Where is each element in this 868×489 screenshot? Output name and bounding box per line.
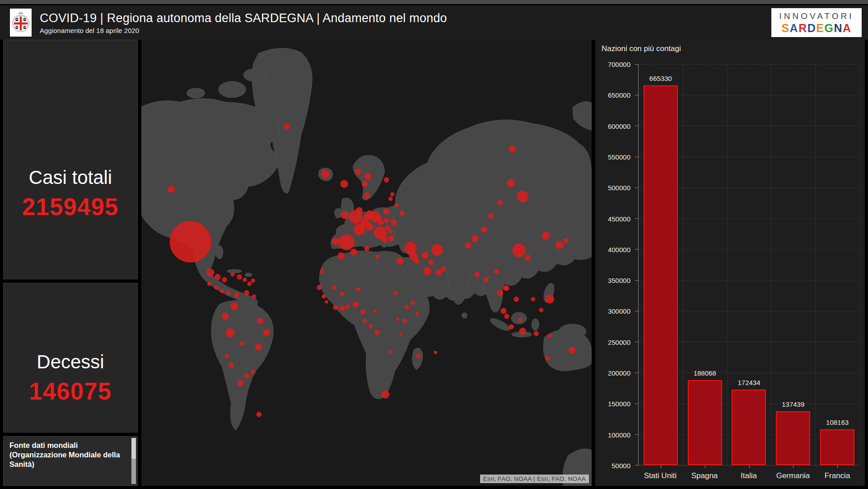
case-bubble[interactable] xyxy=(251,371,255,374)
case-bubble[interactable] xyxy=(534,331,538,336)
case-bubble[interactable] xyxy=(364,193,369,198)
case-bubble[interactable] xyxy=(400,333,402,336)
case-bubble[interactable] xyxy=(369,324,373,328)
world-map-panel[interactable]: Esri, FAO, NOAA | Esri, FAO, NOAA xyxy=(141,40,592,486)
case-bubble[interactable] xyxy=(395,203,398,207)
case-bubble[interactable] xyxy=(403,319,406,323)
case-bubble[interactable] xyxy=(497,290,503,296)
case-bubble[interactable] xyxy=(400,211,404,216)
case-bubble[interactable] xyxy=(569,347,575,353)
case-bubble[interactable] xyxy=(384,209,389,214)
case-bubble[interactable] xyxy=(410,249,415,254)
case-bubble[interactable] xyxy=(411,301,415,305)
case-bubble[interactable] xyxy=(548,334,552,338)
case-bubble[interactable] xyxy=(434,351,437,354)
case-bubble[interactable] xyxy=(546,295,554,303)
case-bubble[interactable] xyxy=(234,293,239,297)
case-bubble[interactable] xyxy=(229,363,233,367)
case-bubble[interactable] xyxy=(350,249,357,255)
case-bubble[interactable] xyxy=(322,295,326,298)
case-bubble[interactable] xyxy=(317,285,322,290)
case-bubble[interactable] xyxy=(397,258,403,264)
case-bubble[interactable] xyxy=(364,173,371,179)
case-bubble[interactable] xyxy=(484,277,488,282)
bar-Italia[interactable] xyxy=(732,390,766,465)
case-bubble[interactable] xyxy=(376,255,379,259)
case-bubble[interactable] xyxy=(364,246,369,251)
case-bubble[interactable] xyxy=(397,318,399,320)
map-attribution[interactable]: Esri, FAO, NOAA | Esri, FAO, NOAA xyxy=(480,475,589,483)
source-scrollbar-thumb[interactable] xyxy=(131,438,136,459)
bar-Francia[interactable] xyxy=(820,429,854,465)
case-bubble[interactable] xyxy=(222,313,229,320)
case-bubble[interactable] xyxy=(207,269,214,276)
case-bubble[interactable] xyxy=(168,186,174,193)
bar-Spagna[interactable] xyxy=(688,380,722,465)
case-bubble[interactable] xyxy=(539,308,543,312)
case-bubble[interactable] xyxy=(382,237,387,242)
case-bubble[interactable] xyxy=(377,216,381,220)
case-bubble[interactable] xyxy=(424,268,431,275)
case-bubble[interactable] xyxy=(514,297,518,301)
case-bubble[interactable] xyxy=(382,391,389,398)
case-bubble[interactable] xyxy=(519,328,526,334)
case-bubble[interactable] xyxy=(389,350,392,353)
case-bubble[interactable] xyxy=(320,269,324,273)
case-bubble[interactable] xyxy=(513,244,525,257)
case-bubble[interactable] xyxy=(388,236,394,241)
case-bubble[interactable] xyxy=(332,238,339,244)
case-bubble[interactable] xyxy=(231,303,238,310)
case-bubble[interactable] xyxy=(255,344,261,350)
case-bubble[interactable] xyxy=(391,220,397,225)
case-bubble[interactable] xyxy=(247,282,251,286)
case-bubble[interactable] xyxy=(389,197,392,201)
case-bubble[interactable] xyxy=(416,312,419,315)
case-bubble[interactable] xyxy=(237,275,242,279)
case-bubble[interactable] xyxy=(436,270,441,275)
case-bubble[interactable] xyxy=(531,297,535,301)
case-bubble[interactable] xyxy=(362,181,367,187)
case-bubble[interactable] xyxy=(240,342,244,345)
case-bubble[interactable] xyxy=(518,318,522,322)
case-bubble[interactable] xyxy=(495,269,499,274)
case-bubble[interactable] xyxy=(338,253,344,259)
case-bubble[interactable] xyxy=(375,330,380,335)
case-bubble[interactable] xyxy=(416,354,420,358)
case-bubble[interactable] xyxy=(383,231,387,235)
case-bubble[interactable] xyxy=(384,178,389,182)
case-bubble[interactable] xyxy=(360,310,365,314)
case-bubble[interactable] xyxy=(346,305,350,308)
case-bubble[interactable] xyxy=(356,207,362,214)
case-bubble[interactable] xyxy=(366,223,373,230)
case-bubble[interactable] xyxy=(378,220,383,225)
case-bubble[interactable] xyxy=(243,278,247,282)
case-bubble[interactable] xyxy=(339,235,354,250)
case-bubble[interactable] xyxy=(332,286,336,289)
case-bubble[interactable] xyxy=(208,282,211,286)
case-bubble[interactable] xyxy=(325,301,328,303)
case-bubble[interactable] xyxy=(238,381,243,386)
case-bubble[interactable] xyxy=(525,255,530,260)
case-bubble[interactable] xyxy=(353,302,358,307)
case-bubble[interactable] xyxy=(556,241,563,249)
case-bubble[interactable] xyxy=(391,193,394,196)
case-bubble[interactable] xyxy=(564,239,568,243)
bar-Stati Uniti[interactable] xyxy=(644,85,678,465)
case-bubble[interactable] xyxy=(504,314,509,319)
case-bubble[interactable] xyxy=(441,267,445,271)
case-bubble[interactable] xyxy=(341,212,348,219)
case-bubble[interactable] xyxy=(222,277,227,282)
case-bubble[interactable] xyxy=(341,180,348,188)
case-bubble[interactable] xyxy=(225,354,229,358)
case-bubble[interactable] xyxy=(215,286,218,289)
bar-Germania[interactable] xyxy=(776,411,810,465)
case-bubble[interactable] xyxy=(386,226,390,230)
case-bubble[interactable] xyxy=(333,305,338,310)
case-bubble[interactable] xyxy=(481,227,487,232)
case-bubble[interactable] xyxy=(432,244,443,255)
case-bubble[interactable] xyxy=(252,295,256,298)
case-bubble[interactable] xyxy=(355,169,360,174)
case-bubble[interactable] xyxy=(363,319,366,323)
case-bubble[interactable] xyxy=(517,191,528,202)
case-bubble[interactable] xyxy=(227,291,230,295)
